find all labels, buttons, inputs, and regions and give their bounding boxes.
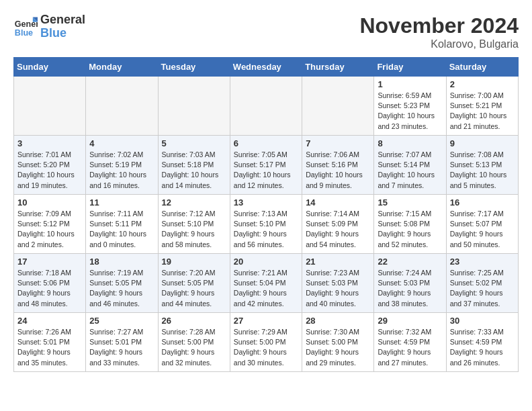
- day-number: 3: [17, 138, 82, 148]
- day-number: 25: [89, 316, 154, 326]
- day-info: Sunrise: 7:15 AM Sunset: 5:08 PM Dayligh…: [378, 209, 442, 250]
- day-number: 15: [378, 197, 442, 208]
- day-info: Sunrise: 7:28 AM Sunset: 5:00 PM Dayligh…: [162, 327, 226, 368]
- header-row: SundayMondayTuesdayWednesdayThursdayFrid…: [14, 58, 519, 77]
- day-cell: 13Sunrise: 7:13 AM Sunset: 5:10 PM Dayli…: [230, 195, 302, 254]
- day-number: 21: [306, 257, 370, 267]
- day-info: Sunrise: 7:08 AM Sunset: 5:13 PM Dayligh…: [450, 150, 515, 191]
- day-cell: 30Sunrise: 7:33 AM Sunset: 4:59 PM Dayli…: [446, 313, 518, 372]
- day-cell: 12Sunrise: 7:12 AM Sunset: 5:10 PM Dayli…: [158, 195, 230, 254]
- day-info: Sunrise: 7:14 AM Sunset: 5:09 PM Dayligh…: [306, 209, 370, 250]
- day-number: 19: [162, 257, 226, 267]
- day-cell: 5Sunrise: 7:03 AM Sunset: 5:18 PM Daylig…: [158, 136, 230, 195]
- day-number: 10: [17, 197, 82, 208]
- day-info: Sunrise: 7:13 AM Sunset: 5:10 PM Dayligh…: [234, 209, 298, 250]
- title-area: November 2024 Kolarovo, Bulgaria: [359, 13, 519, 50]
- header-cell-monday: Monday: [86, 58, 158, 77]
- day-cell: 26Sunrise: 7:28 AM Sunset: 5:00 PM Dayli…: [158, 313, 230, 372]
- header-cell-sunday: Sunday: [14, 58, 86, 77]
- day-number: 23: [450, 257, 515, 267]
- week-row-1: 1Sunrise: 6:59 AM Sunset: 5:23 PM Daylig…: [14, 77, 519, 136]
- day-info: Sunrise: 7:18 AM Sunset: 5:06 PM Dayligh…: [17, 268, 82, 309]
- day-cell: 27Sunrise: 7:29 AM Sunset: 5:00 PM Dayli…: [230, 313, 302, 372]
- week-row-2: 3Sunrise: 7:01 AM Sunset: 5:20 PM Daylig…: [14, 136, 519, 195]
- day-number: 7: [306, 138, 370, 148]
- day-info: Sunrise: 7:06 AM Sunset: 5:16 PM Dayligh…: [306, 150, 370, 191]
- day-cell: 15Sunrise: 7:15 AM Sunset: 5:08 PM Dayli…: [374, 195, 446, 254]
- page-header: General Blue General Blue November 2024 …: [13, 13, 519, 50]
- day-number: 27: [234, 316, 298, 326]
- day-info: Sunrise: 7:05 AM Sunset: 5:17 PM Dayligh…: [234, 150, 298, 191]
- day-cell: 3Sunrise: 7:01 AM Sunset: 5:20 PM Daylig…: [14, 136, 86, 195]
- logo-general-text: General: [40, 13, 85, 27]
- day-number: 17: [17, 257, 82, 267]
- day-info: Sunrise: 7:19 AM Sunset: 5:05 PM Dayligh…: [89, 268, 154, 309]
- day-cell: 2Sunrise: 7:00 AM Sunset: 5:21 PM Daylig…: [446, 77, 518, 136]
- day-info: Sunrise: 7:25 AM Sunset: 5:02 PM Dayligh…: [450, 268, 515, 309]
- day-info: Sunrise: 7:29 AM Sunset: 5:00 PM Dayligh…: [234, 327, 298, 368]
- day-cell: 19Sunrise: 7:20 AM Sunset: 5:05 PM Dayli…: [158, 254, 230, 313]
- svg-text:Blue: Blue: [15, 28, 33, 37]
- day-cell: 22Sunrise: 7:24 AM Sunset: 5:03 PM Dayli…: [374, 254, 446, 313]
- day-info: Sunrise: 7:26 AM Sunset: 5:01 PM Dayligh…: [17, 327, 82, 368]
- day-number: 4: [89, 138, 154, 148]
- day-number: 8: [378, 138, 442, 148]
- day-number: 9: [450, 138, 515, 148]
- logo: General Blue General Blue: [13, 13, 85, 40]
- day-cell: [230, 77, 302, 136]
- day-cell: [158, 77, 230, 136]
- day-info: Sunrise: 7:17 AM Sunset: 5:07 PM Dayligh…: [450, 209, 515, 250]
- day-cell: 6Sunrise: 7:05 AM Sunset: 5:17 PM Daylig…: [230, 136, 302, 195]
- day-number: 13: [234, 197, 298, 208]
- day-info: Sunrise: 7:07 AM Sunset: 5:14 PM Dayligh…: [378, 150, 442, 191]
- day-cell: 24Sunrise: 7:26 AM Sunset: 5:01 PM Dayli…: [14, 313, 86, 372]
- day-cell: 16Sunrise: 7:17 AM Sunset: 5:07 PM Dayli…: [446, 195, 518, 254]
- week-row-5: 24Sunrise: 7:26 AM Sunset: 5:01 PM Dayli…: [14, 313, 519, 372]
- day-cell: 10Sunrise: 7:09 AM Sunset: 5:12 PM Dayli…: [14, 195, 86, 254]
- day-number: 16: [450, 197, 515, 208]
- calendar-header: SundayMondayTuesdayWednesdayThursdayFrid…: [14, 58, 519, 77]
- day-info: Sunrise: 7:33 AM Sunset: 4:59 PM Dayligh…: [450, 327, 515, 368]
- day-info: Sunrise: 7:02 AM Sunset: 5:19 PM Dayligh…: [89, 150, 154, 191]
- day-info: Sunrise: 7:30 AM Sunset: 5:00 PM Dayligh…: [306, 327, 370, 368]
- day-cell: 7Sunrise: 7:06 AM Sunset: 5:16 PM Daylig…: [302, 136, 374, 195]
- location: Kolarovo, Bulgaria: [359, 38, 519, 50]
- calendar-table: SundayMondayTuesdayWednesdayThursdayFrid…: [13, 57, 519, 372]
- day-cell: 4Sunrise: 7:02 AM Sunset: 5:19 PM Daylig…: [86, 136, 158, 195]
- day-number: 14: [306, 197, 370, 208]
- day-number: 2: [450, 79, 515, 89]
- day-number: 30: [450, 316, 515, 326]
- day-cell: 14Sunrise: 7:14 AM Sunset: 5:09 PM Dayli…: [302, 195, 374, 254]
- day-cell: 9Sunrise: 7:08 AM Sunset: 5:13 PM Daylig…: [446, 136, 518, 195]
- day-number: 1: [378, 79, 442, 89]
- day-number: 6: [234, 138, 298, 148]
- day-cell: 1Sunrise: 6:59 AM Sunset: 5:23 PM Daylig…: [374, 77, 446, 136]
- day-info: Sunrise: 7:27 AM Sunset: 5:01 PM Dayligh…: [89, 327, 154, 368]
- day-number: 20: [234, 257, 298, 267]
- day-info: Sunrise: 7:23 AM Sunset: 5:03 PM Dayligh…: [306, 268, 370, 309]
- day-info: Sunrise: 7:09 AM Sunset: 5:12 PM Dayligh…: [17, 209, 82, 250]
- day-cell: [302, 77, 374, 136]
- day-info: Sunrise: 7:21 AM Sunset: 5:04 PM Dayligh…: [234, 268, 298, 309]
- day-info: Sunrise: 7:01 AM Sunset: 5:20 PM Dayligh…: [17, 150, 82, 191]
- day-info: Sunrise: 7:12 AM Sunset: 5:10 PM Dayligh…: [162, 209, 226, 250]
- day-number: 29: [378, 316, 442, 326]
- header-cell-saturday: Saturday: [446, 58, 518, 77]
- calendar-body: 1Sunrise: 6:59 AM Sunset: 5:23 PM Daylig…: [14, 77, 519, 372]
- day-cell: 29Sunrise: 7:32 AM Sunset: 4:59 PM Dayli…: [374, 313, 446, 372]
- day-number: 18: [89, 257, 154, 267]
- day-cell: [14, 77, 86, 136]
- day-cell: 28Sunrise: 7:30 AM Sunset: 5:00 PM Dayli…: [302, 313, 374, 372]
- day-info: Sunrise: 7:24 AM Sunset: 5:03 PM Dayligh…: [378, 268, 442, 309]
- header-cell-friday: Friday: [374, 58, 446, 77]
- header-cell-wednesday: Wednesday: [230, 58, 302, 77]
- day-number: 12: [162, 197, 226, 208]
- day-number: 26: [162, 316, 226, 326]
- day-info: Sunrise: 7:00 AM Sunset: 5:21 PM Dayligh…: [450, 91, 515, 132]
- week-row-4: 17Sunrise: 7:18 AM Sunset: 5:06 PM Dayli…: [14, 254, 519, 313]
- day-info: Sunrise: 7:20 AM Sunset: 5:05 PM Dayligh…: [162, 268, 226, 309]
- header-cell-tuesday: Tuesday: [158, 58, 230, 77]
- day-number: 24: [17, 316, 82, 326]
- week-row-3: 10Sunrise: 7:09 AM Sunset: 5:12 PM Dayli…: [14, 195, 519, 254]
- day-number: 28: [306, 316, 370, 326]
